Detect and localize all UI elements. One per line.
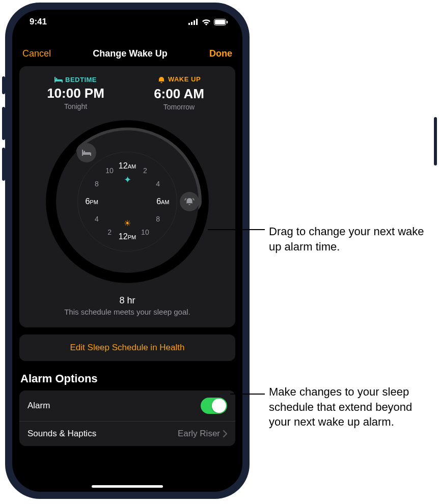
bedtime-block: BEDTIME 10:00 PM Tonight: [26, 75, 125, 110]
phone-screen: 9:41 Cancel Change Wake Up Done BEDTIME: [12, 10, 242, 492]
svg-rect-2: [194, 20, 195, 25]
wifi-icon: [202, 19, 211, 25]
alarm-handle-icon: [184, 197, 195, 206]
bed-handle-icon: [82, 150, 91, 156]
home-indicator[interactable]: [92, 485, 163, 488]
callout-line: [208, 229, 265, 230]
phone-frame: 9:41 Cancel Change Wake Up Done BEDTIME: [5, 3, 250, 499]
sleep-goal-message: This schedule meets your sleep goal.: [26, 307, 228, 316]
sounds-haptics-row[interactable]: Sounds & Haptics Early Riser: [19, 421, 235, 446]
status-time: 9:41: [30, 17, 47, 27]
nav-bar: Cancel Change Wake Up Done: [12, 34, 242, 66]
notch: [87, 10, 168, 25]
wakeup-day: Tomorrow: [130, 103, 228, 111]
sounds-label: Sounds & Haptics: [28, 429, 96, 439]
cellular-icon: [188, 19, 199, 25]
svg-rect-0: [188, 23, 190, 25]
day-icon: ☀: [124, 218, 131, 228]
alarm-toggle[interactable]: [201, 398, 227, 414]
bedtime-day: Tonight: [26, 102, 125, 110]
night-icon: ✦: [124, 174, 131, 185]
alarm-toggle-row[interactable]: Alarm: [19, 390, 235, 421]
wakeup-handle[interactable]: [180, 192, 199, 211]
bedtime-handle[interactable]: [77, 143, 96, 162]
battery-icon: [214, 19, 228, 25]
page-title: Change Wake Up: [93, 48, 167, 59]
schedule-card: BEDTIME 10:00 PM Tonight WAKE UP 6:00 AM…: [19, 66, 235, 327]
annotation-edit: Make changes to your sleep schedule that…: [269, 384, 437, 430]
chevron-right-icon: [223, 430, 227, 437]
done-button[interactable]: Done: [209, 48, 232, 59]
sleep-duration: 8 hr: [26, 295, 228, 306]
svg-rect-3: [196, 19, 198, 25]
annotation-drag: Drag to change your next wake up alarm t…: [269, 224, 432, 254]
svg-rect-6: [227, 21, 228, 23]
alarm-options-header: Alarm Options: [20, 372, 234, 385]
wakeup-block: WAKE UP 6:00 AM Tomorrow: [130, 75, 228, 111]
bed-icon: [54, 77, 63, 82]
alarm-icon: [157, 76, 166, 83]
alarm-label: Alarm: [28, 401, 50, 411]
bedtime-label: BEDTIME: [65, 76, 97, 83]
clock-face: 12AM 6AM 12PM 6PM 2 4 8 10 2 4 8 10 ✦ ☀: [77, 152, 177, 251]
svg-rect-5: [215, 20, 225, 24]
callout-line: [230, 394, 265, 395]
wakeup-label: WAKE UP: [168, 75, 201, 83]
cancel-button[interactable]: Cancel: [22, 48, 51, 59]
bedtime-value: 10:00 PM: [26, 86, 125, 101]
svg-rect-1: [191, 22, 193, 25]
wakeup-value: 6:00 AM: [130, 86, 228, 102]
sleep-dial[interactable]: 12AM 6AM 12PM 6PM 2 4 8 10 2 4 8 10 ✦ ☀: [46, 120, 209, 283]
edit-schedule-button[interactable]: Edit Sleep Schedule in Health: [19, 334, 235, 361]
sounds-value: Early Riser: [178, 429, 220, 439]
